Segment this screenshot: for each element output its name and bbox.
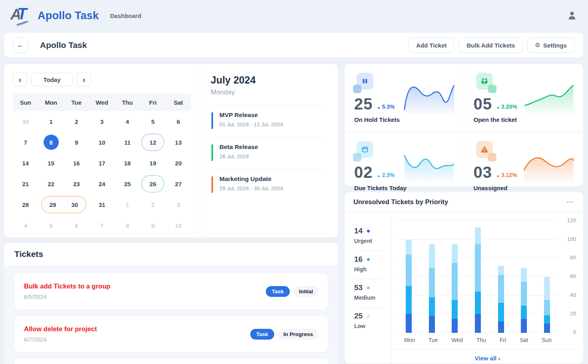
calendar-day-23[interactable]: 23 xyxy=(69,176,84,191)
calendar-day-24[interactable]: 24 xyxy=(94,176,110,191)
x-axis-label-fri: Fri xyxy=(500,337,506,343)
calendar-day-3[interactable]: 3 xyxy=(94,114,110,129)
calendar-day-cell: 29 xyxy=(38,194,64,215)
calendar-day-27[interactable]: 27 xyxy=(171,176,186,191)
calendar-day-6[interactable]: 6 xyxy=(69,218,84,233)
calendar-day-cell: 7 xyxy=(13,132,38,153)
calendar-day-12[interactable]: 12 xyxy=(141,133,164,151)
chart-body: 14Urgent16High53Medium25Low 020406080100… xyxy=(345,212,583,364)
bulk-add-tickets-button[interactable]: Bulk Add Tickets xyxy=(459,38,522,53)
calendar-day-3[interactable]: 3 xyxy=(171,197,186,212)
settings-button[interactable]: ⚙Settings xyxy=(527,38,574,53)
calendar-day-7[interactable]: 7 xyxy=(18,135,33,150)
legend-label: Urgent xyxy=(354,238,383,244)
calendar-day-4[interactable]: 4 xyxy=(120,114,135,129)
event-dates: 26 Jul, 2024 xyxy=(219,153,258,159)
chart-menu-icon[interactable]: ••• xyxy=(567,200,574,204)
calendar-day-28[interactable]: 28 xyxy=(18,197,33,212)
legend-item-urgent: 14Urgent xyxy=(354,223,383,251)
calendar-day-1[interactable]: 1 xyxy=(44,114,59,129)
y-axis-tick: 40 xyxy=(570,292,576,298)
agenda-list: MVP Release01 Jul, 2024 - 12 Jul, 2024Be… xyxy=(211,105,326,200)
calendar-day-1[interactable]: 1 xyxy=(120,197,135,212)
open-box-icon xyxy=(476,73,493,90)
calendar-day-cell: 1 xyxy=(38,111,64,132)
calendar-day-8[interactable]: 8 xyxy=(120,218,135,233)
calendar-day-11[interactable]: 11 xyxy=(120,135,135,150)
calendar-day-10[interactable]: 10 xyxy=(94,135,110,150)
calendar-day-26[interactable]: 26 xyxy=(141,175,164,193)
calendar-day-10[interactable]: 10 xyxy=(171,218,186,233)
calendar-nav: ‹ Today › xyxy=(13,73,191,86)
back-button[interactable]: ← xyxy=(13,38,28,53)
ticket-badges: TaskIn Progress xyxy=(250,329,318,340)
calendar-day-29[interactable]: 29 xyxy=(41,196,64,213)
calendar-day-20[interactable]: 20 xyxy=(171,155,186,171)
calendar-day-cell: 3 xyxy=(89,111,115,132)
ticket-card-allow-delete-for-project[interactable]: Allow delete for project6/7/2024TaskIn P… xyxy=(14,316,328,352)
calendar-day-16[interactable]: 16 xyxy=(69,155,84,171)
bar-segment-low xyxy=(498,266,504,275)
icon-accent-square xyxy=(353,85,361,93)
calendar-day-31[interactable]: 31 xyxy=(94,197,110,212)
bar-wed xyxy=(452,244,458,333)
calendar-day-cell: 5 xyxy=(38,215,64,236)
legend-item-low: 25Low xyxy=(354,308,383,336)
stat-value: 25 xyxy=(354,96,373,112)
calendar-day-13[interactable]: 13 xyxy=(171,135,186,150)
legend-item-high: 16High xyxy=(354,251,383,279)
calendar-day-30[interactable]: 30 xyxy=(18,114,33,129)
agenda-event-mvp-release[interactable]: MVP Release01 Jul, 2024 - 12 Jul, 2024 xyxy=(211,105,326,137)
agenda-event-beta-release[interactable]: Beta Release26 Jul, 2024 xyxy=(211,137,326,169)
calendar-day-2[interactable]: 2 xyxy=(69,114,84,129)
event-color-bar xyxy=(211,176,213,193)
calendar-day-2[interactable]: 2 xyxy=(145,197,160,212)
calendar-day-15[interactable]: 15 xyxy=(44,155,59,171)
ticket-title[interactable]: Bulk add Tickets to a group xyxy=(24,282,110,290)
nav-item-dashboard[interactable]: Dashboard xyxy=(110,12,141,19)
legend-count: 16 xyxy=(354,255,383,264)
add-ticket-button[interactable]: Add Ticket xyxy=(409,38,454,53)
calendar-day-18[interactable]: 18 xyxy=(120,155,135,171)
ticket-title[interactable]: Allow delete for project xyxy=(24,325,97,333)
calendar-day-cell: 14 xyxy=(13,153,38,173)
calendar-day-8[interactable]: 8 xyxy=(44,135,59,150)
stat-label: Due Tickets Today xyxy=(354,185,454,191)
ticket-card-bulk-add-tickets-to-a-group[interactable]: Bulk add Tickets to a group6/5/2024TaskI… xyxy=(14,273,328,309)
legend-label: Low xyxy=(354,323,383,329)
weekday-label: Mon xyxy=(38,99,64,106)
user-avatar-icon[interactable] xyxy=(566,10,578,21)
app-logo[interactable]: A T xyxy=(10,5,33,26)
trend-up-icon: ▲ xyxy=(377,105,381,109)
calendar-day-21[interactable]: 21 xyxy=(18,176,33,191)
calendar-day-9[interactable]: 9 xyxy=(69,135,84,150)
view-all-link[interactable]: View all › xyxy=(475,355,500,362)
agenda-event-marketing-update[interactable]: Marketing Update29 Jul, 2024 - 30 Jul, 2… xyxy=(211,169,326,200)
calendar-day-9[interactable]: 9 xyxy=(145,218,160,233)
calendar-day-25[interactable]: 25 xyxy=(120,176,135,191)
button-label: Add Ticket xyxy=(416,42,446,49)
bar-segment-medium xyxy=(429,268,435,298)
legend-label: Medium xyxy=(354,294,383,301)
stat-change: ▲3.20% xyxy=(496,103,517,110)
calendar-today-button[interactable]: Today xyxy=(31,73,73,86)
stat-card-due-tickets-today: 02▲2.3%Due Tickets Today xyxy=(345,132,464,200)
calendar-day-cell: 10 xyxy=(89,132,115,153)
calendar-day-17[interactable]: 17 xyxy=(94,155,110,171)
calendar-day-5[interactable]: 5 xyxy=(44,218,59,233)
calendar-day-4[interactable]: 4 xyxy=(18,218,33,233)
calendar-day-14[interactable]: 14 xyxy=(18,155,33,171)
legend-count: 53 xyxy=(354,283,383,292)
calendar-next-button[interactable]: › xyxy=(77,73,91,86)
brand-name[interactable]: Apollo Task xyxy=(38,10,99,22)
bar-sat xyxy=(521,268,527,333)
calendar-day-30[interactable]: 30 xyxy=(64,196,86,213)
calendar-day-7[interactable]: 7 xyxy=(94,218,110,233)
calendar-prev-button[interactable]: ‹ xyxy=(13,73,27,86)
calendar-day-cell: 2 xyxy=(140,194,166,215)
calendar-day-19[interactable]: 19 xyxy=(145,155,160,171)
calendar-day-6[interactable]: 6 xyxy=(171,114,186,129)
calendar-day-22[interactable]: 22 xyxy=(44,176,59,191)
logo-swoosh xyxy=(16,21,29,27)
calendar-day-5[interactable]: 5 xyxy=(145,114,160,129)
